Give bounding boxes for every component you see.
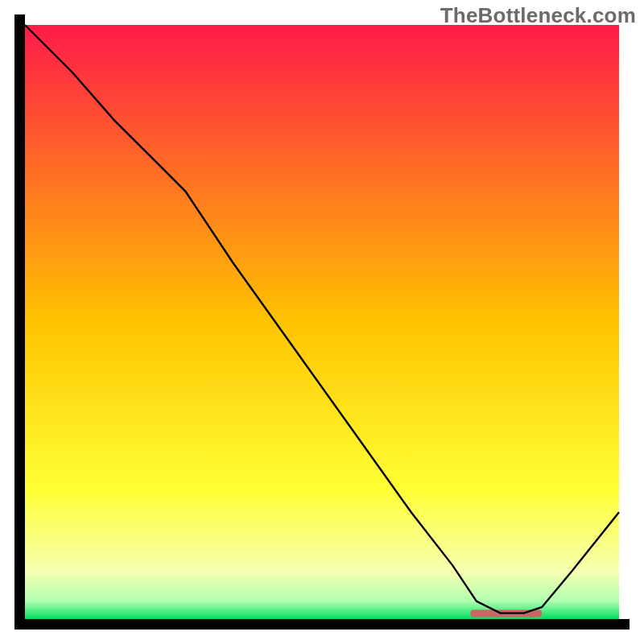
- y-axis: [14, 14, 25, 630]
- chart-container: TheBottleneck.com: [0, 0, 644, 644]
- chart-plot: [0, 0, 644, 644]
- plot-background: [25, 25, 619, 619]
- x-axis: [14, 619, 630, 630]
